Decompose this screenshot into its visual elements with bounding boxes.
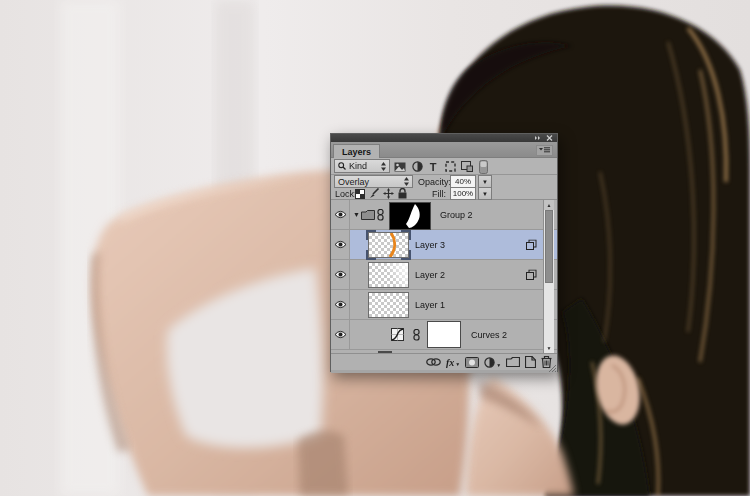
eye-icon [334, 240, 347, 249]
curves-adjustment-icon[interactable] [391, 328, 404, 341]
lock-fill-row: Lock: Fill: 100% ▼ [331, 188, 557, 200]
visibility-toggle[interactable] [331, 260, 350, 289]
panel-menu-icon [539, 147, 550, 154]
thumb-bracket [366, 230, 376, 240]
collapse-panel-icon[interactable] [534, 135, 541, 141]
panel-footer [331, 370, 557, 373]
lock-transparent-pixels-icon[interactable] [353, 188, 367, 199]
blend-mode-value: Overlay [338, 177, 369, 187]
lock-position-icon[interactable] [381, 188, 395, 199]
new-layer-icon[interactable] [525, 356, 536, 368]
updown-arrows-icon [404, 177, 409, 186]
add-layer-mask-icon[interactable] [465, 357, 479, 368]
link-layers-icon[interactable] [426, 358, 441, 366]
smart-objects-filter-icon[interactable] [460, 160, 474, 173]
thumb-bracket [401, 250, 411, 260]
adjustment-layers-filter-icon[interactable] [410, 160, 424, 173]
linked-badge-icon [526, 269, 537, 280]
visibility-toggle[interactable] [331, 290, 350, 319]
updown-arrows-icon [381, 162, 386, 171]
tab-layers-label: Layers [342, 147, 371, 157]
layer-thumbnail[interactable] [368, 292, 409, 318]
group-mask-thumbnail[interactable] [389, 202, 431, 230]
filter-row: Kind T [331, 158, 557, 175]
filter-kind-label: Kind [349, 161, 367, 171]
layer-name[interactable]: Curves 2 [471, 330, 507, 340]
layer-row-group-2[interactable]: ▼ Group 2 [331, 200, 557, 230]
fill-label: Fill: [432, 189, 446, 199]
eye-icon [334, 270, 347, 279]
photoshop-workspace: { "panel": { "tab": "Layers", "titlebar"… [0, 0, 750, 496]
opacity-label: Opacity: [418, 177, 451, 187]
eye-icon [334, 330, 347, 339]
group-folder-icon [361, 210, 375, 220]
visibility-toggle[interactable] [331, 320, 350, 349]
underarm-shadow [298, 431, 348, 496]
layer-thumbnail[interactable] [368, 262, 409, 288]
layer-name[interactable]: Layer 1 [415, 300, 445, 310]
layer-styles-icon[interactable]: fx▼ [446, 358, 460, 367]
scrollbar-thumb[interactable] [545, 210, 553, 283]
layers-scrollbar[interactable]: ▲ ▼ [543, 200, 554, 353]
linked-badge-icon [526, 239, 537, 250]
curves-mask-thumbnail[interactable] [427, 321, 461, 348]
tab-layers[interactable]: Layers [333, 144, 380, 158]
scroll-down-arrow[interactable]: ▼ [544, 343, 554, 353]
group-expand-triangle[interactable]: ▼ [353, 211, 360, 218]
visibility-toggle[interactable] [331, 200, 350, 229]
faint-white-content [369, 263, 408, 287]
layer-row-curves-2[interactable]: Curves 2 [331, 320, 557, 350]
fill-field[interactable]: 100% [450, 187, 476, 200]
new-adjustment-layer-icon[interactable]: ▼ [484, 357, 501, 368]
type-layers-filter-icon[interactable]: T [426, 160, 440, 173]
layer-name[interactable]: Layer 3 [415, 240, 445, 250]
layer-name[interactable]: Group 2 [440, 210, 473, 220]
resize-grip[interactable] [548, 364, 557, 373]
layer-row-layer-2[interactable]: Layer 2 [331, 260, 557, 290]
eye-icon [334, 210, 347, 219]
layer-thumbnail[interactable] [368, 232, 409, 258]
layer-name[interactable]: Layer 2 [415, 270, 445, 280]
visibility-toggle[interactable] [331, 230, 350, 259]
thumb-bracket [366, 250, 376, 260]
mask-link-icon[interactable] [413, 329, 420, 341]
pixel-layers-filter-icon[interactable] [393, 160, 407, 173]
thumb-bracket [401, 230, 411, 240]
filtering-toggle[interactable] [478, 160, 489, 173]
magnifier-icon [338, 162, 346, 170]
blend-mode-dropdown[interactable]: Overlay [334, 175, 413, 188]
shape-layers-filter-icon[interactable] [443, 160, 457, 173]
new-group-icon[interactable] [506, 357, 520, 367]
eye-icon [334, 300, 347, 309]
layers-list: ▼ Group 2 [331, 200, 557, 353]
panel-bottom-toolbar: fx▼ ▼ [331, 353, 557, 370]
lock-image-pixels-icon[interactable] [367, 188, 381, 199]
panel-tabbar: Layers [331, 142, 557, 158]
blend-opacity-row: Overlay Opacity: 40% ▼ [331, 175, 557, 188]
scroll-up-arrow[interactable]: ▲ [544, 200, 554, 210]
panel-titlebar[interactable] [331, 134, 557, 142]
mask-link-icon[interactable] [377, 209, 384, 221]
close-panel-icon[interactable] [546, 135, 553, 141]
layers-panel: Layers Kind T [330, 133, 558, 372]
panel-menu-button[interactable] [536, 145, 553, 156]
layer-row-layer-1[interactable]: Layer 1 [331, 290, 557, 320]
fill-dropdown-button[interactable]: ▼ [478, 187, 492, 200]
filter-kind-dropdown[interactable]: Kind [334, 159, 390, 173]
layer-row-layer-3[interactable]: Layer 3 [331, 230, 557, 260]
lock-all-icon[interactable] [395, 188, 409, 199]
